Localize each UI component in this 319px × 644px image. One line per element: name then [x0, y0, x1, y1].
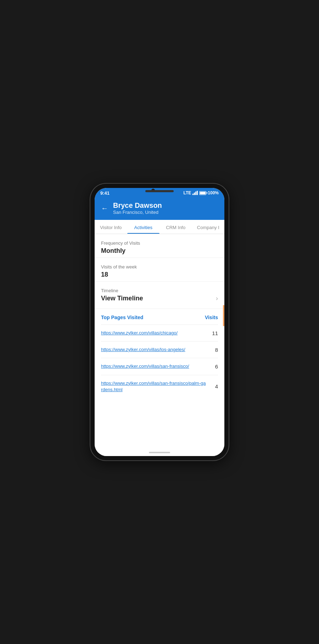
visits-header-label: Visits: [205, 315, 218, 320]
network-label: LTE: [184, 190, 191, 195]
top-pages-section: Top Pages Visited Visits https://www.zyl…: [95, 309, 224, 398]
status-bar: 9:41 LTE 100%: [95, 188, 224, 198]
time-display: 9:41: [100, 190, 110, 196]
phone-frame: 9:41 LTE 100% ← Bryce Dawson San F: [90, 184, 229, 460]
signal-icon: [192, 191, 198, 195]
header-info: Bryce Dawson San Francisco, United: [113, 201, 219, 215]
timeline-link-text[interactable]: View Timeline: [101, 295, 143, 302]
page-visit-count: 8: [211, 347, 218, 353]
timeline-section: Timeline View Timeline ›: [95, 282, 224, 309]
frequency-value: Monthly: [101, 247, 218, 255]
visits-week-section: Visits of the week 18: [95, 258, 224, 282]
battery-icon: [199, 191, 206, 195]
visits-week-value: 18: [101, 271, 218, 278]
frequency-label: Frequency of Visits: [101, 240, 218, 246]
back-button[interactable]: ←: [100, 203, 110, 214]
page-visit-count: 11: [211, 330, 218, 336]
page-url-link[interactable]: https://www.zylker.com/villas/los-angele…: [101, 346, 207, 353]
tab-visitor-info[interactable]: Visitor Info: [95, 220, 127, 234]
pages-list: https://www.zylker.com/villas/chicago/11…: [101, 324, 218, 398]
pages-header: Top Pages Visited Visits: [101, 315, 218, 320]
timeline-link-row[interactable]: View Timeline ›: [101, 295, 218, 302]
status-indicators: LTE 100%: [184, 190, 219, 195]
scroll-indicator: [223, 305, 224, 326]
pages-header-label: Top Pages Visited: [101, 315, 143, 320]
page-visit-count: 4: [211, 383, 218, 389]
tab-company-info[interactable]: Company I: [192, 220, 225, 234]
tab-activities[interactable]: Activities: [127, 220, 160, 234]
app-header: ← Bryce Dawson San Francisco, United: [95, 198, 224, 220]
page-row: https://www.zylker.com/villas/los-angele…: [101, 341, 218, 358]
frequency-section: Frequency of Visits Monthly: [95, 234, 224, 258]
speaker: [145, 190, 174, 192]
chevron-right-icon: ›: [216, 295, 218, 302]
content-area: Frequency of Visits Monthly Visits of th…: [95, 234, 224, 449]
contact-location: San Francisco, United: [113, 210, 219, 215]
page-url-link[interactable]: https://www.zylker.com/villas/chicago/: [101, 330, 207, 336]
visits-week-label: Visits of the week: [101, 264, 218, 270]
tabs-bar: Visitor Info Activities CRM Info Company…: [95, 220, 224, 234]
page-visit-count: 6: [211, 363, 218, 370]
page-row: https://www.zylker.com/villas/san-fransi…: [101, 358, 218, 374]
page-url-link[interactable]: https://www.zylker.com/villas/san-fransi…: [101, 363, 207, 370]
page-url-link[interactable]: https://www.zylker.com/villas/san-fransi…: [101, 380, 207, 393]
page-row: https://www.zylker.com/villas/san-fransi…: [101, 375, 218, 398]
bottom-bar: [95, 449, 224, 456]
phone-screen: 9:41 LTE 100% ← Bryce Dawson San F: [95, 188, 224, 456]
page-row: https://www.zylker.com/villas/chicago/11: [101, 324, 218, 341]
timeline-label: Timeline: [101, 288, 218, 293]
home-indicator: [149, 452, 170, 453]
tab-crm-info[interactable]: CRM Info: [160, 220, 192, 234]
contact-name: Bryce Dawson: [113, 201, 219, 210]
battery-label: 100%: [208, 190, 219, 195]
